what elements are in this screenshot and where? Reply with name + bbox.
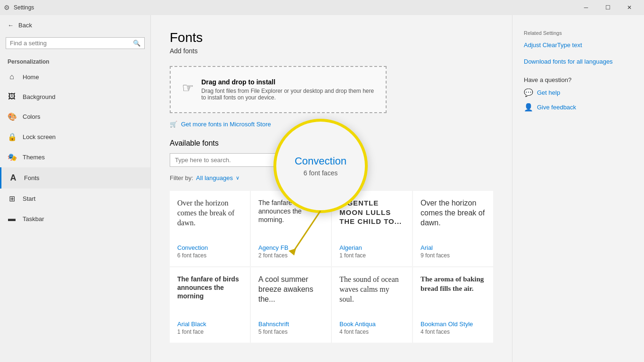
get-help-link[interactable]: Get help	[537, 89, 560, 96]
drag-drop-desc: Drag font files from File Explorer or yo…	[201, 88, 374, 101]
have-a-question-section: Have a question? 💬 Get help 👤 Give feedb…	[524, 76, 633, 112]
give-feedback-link[interactable]: Give feedback	[537, 104, 576, 111]
font-preview-convection: Over the horizon comes the break of dawn…	[177, 198, 242, 239]
font-card-arial-black[interactable]: The fanfare of birds announces the morni…	[170, 267, 250, 343]
font-name-book-antiqua: Book Antiqua	[339, 321, 405, 328]
font-card-arial[interactable]: Over the horizon comes the break of dawn…	[413, 191, 493, 266]
font-name-algerian: Algerian	[339, 244, 405, 251]
give-feedback-item[interactable]: 👤 Give feedback	[524, 103, 633, 112]
sidebar-item-lock-screen[interactable]: 🔒 Lock screen	[0, 127, 150, 147]
filter-row: Filter by: All languages ∨	[170, 174, 493, 181]
back-label: Back	[18, 22, 32, 29]
related-settings-section: Related Settings Adjust ClearType text D…	[524, 30, 633, 65]
give-feedback-icon: 👤	[524, 103, 533, 112]
font-name-arial: Arial	[421, 244, 486, 251]
maximize-button[interactable]: ☐	[597, 0, 619, 15]
page-title: Fonts	[170, 30, 493, 45]
close-button[interactable]: ✕	[619, 0, 640, 15]
font-preview-arial-black: The fanfare of birds announces the morni…	[177, 275, 242, 315]
get-help-icon: 💬	[524, 88, 533, 97]
themes-icon: 🎭	[8, 153, 16, 162]
font-preview-agency-fb: The fanfare of birds announces the morni…	[258, 198, 323, 239]
tooltip-font-name: Convection	[295, 155, 347, 167]
background-icon: 🖼	[8, 92, 16, 101]
sidebar-section-title: Personalization	[0, 55, 150, 67]
sidebar-item-start-label: Start	[23, 195, 35, 202]
taskbar-icon: ▬	[8, 214, 16, 223]
sidebar-item-background[interactable]: 🖼 Background	[0, 87, 150, 107]
filter-label: Filter by:	[170, 174, 193, 181]
adjust-cleartype-link[interactable]: Adjust ClearType text	[524, 41, 633, 49]
sidebar-item-colors[interactable]: 🎨 Colors	[0, 107, 150, 127]
font-preview-algerian: A GENTLE MOON LULLS THE CHILD TO...	[339, 198, 405, 239]
sidebar-item-fonts[interactable]: A Fonts	[0, 167, 150, 189]
get-more-label: Get more fonts in Microsoft Store	[181, 121, 271, 128]
lock-icon: 🔒	[8, 132, 16, 141]
get-help-item[interactable]: 💬 Get help	[524, 88, 633, 97]
fonts-icon: A	[9, 173, 17, 183]
font-card-book-antiqua[interactable]: The sound of ocean waves calms my soul. …	[332, 267, 412, 343]
font-preview-bahnschrift: A cool summer breeze awakens the...	[258, 275, 323, 315]
font-name-convection: Convection	[177, 244, 242, 251]
font-name-bookman: Bookman Old Style	[421, 321, 486, 328]
font-name-arial-black: Arial Black	[177, 321, 242, 328]
font-faces-book-antiqua: 4 font faces	[339, 329, 405, 335]
drag-drop-area[interactable]: ☞ Drag and drop to install Drag font fil…	[170, 66, 387, 113]
right-panel: Related Settings Adjust ClearType text D…	[512, 15, 644, 362]
home-icon: ⌂	[8, 73, 16, 81]
font-search-input[interactable]	[170, 153, 283, 167]
filter-value[interactable]: All languages	[196, 174, 233, 181]
window-controls: ─ ☐ ✕	[575, 0, 640, 15]
title-bar-title: Settings	[14, 4, 34, 11]
back-icon: ←	[8, 22, 14, 29]
font-card-bahnschrift[interactable]: A cool summer breeze awakens the... Bahn…	[251, 267, 331, 343]
font-preview-arial: Over the horizon comes the break of dawn…	[421, 198, 486, 239]
colors-icon: 🎨	[8, 112, 16, 121]
store-icon: 🛒	[170, 121, 177, 128]
sidebar-item-themes[interactable]: 🎭 Themes	[0, 147, 150, 167]
font-name-agency-fb: Agency FB	[258, 244, 323, 251]
font-faces-agency-fb: 2 font faces	[258, 252, 323, 259]
sidebar-item-fonts-label: Fonts	[24, 174, 40, 181]
title-bar: ⚙ Settings ─ ☐ ✕	[0, 0, 644, 15]
settings-icon: ⚙	[4, 4, 10, 11]
sidebar-item-lock-label: Lock screen	[23, 133, 56, 140]
download-fonts-link[interactable]: Download fonts for all languages	[524, 58, 633, 65]
drag-drop-icon: ☞	[182, 80, 194, 96]
sidebar-item-home-label: Home	[23, 74, 39, 81]
get-more-fonts-link[interactable]: 🛒 Get more fonts in Microsoft Store	[170, 121, 493, 128]
related-settings-title: Related Settings	[524, 30, 633, 36]
question-title: Have a question?	[524, 76, 633, 83]
available-fonts-header: Available fonts	[170, 139, 493, 148]
font-card-agency-fb[interactable]: The fanfare of birds announces the morni…	[251, 191, 331, 266]
font-faces-bahnschrift: 5 font faces	[258, 329, 323, 335]
page-subtitle: Add fonts	[170, 47, 493, 55]
title-bar-left: ⚙ Settings	[4, 4, 34, 11]
sidebar-item-home[interactable]: ⌂ Home	[0, 67, 150, 87]
font-grid: Over the horizon comes the break of dawn…	[170, 191, 493, 343]
sidebar-item-taskbar-label: Taskbar	[23, 215, 44, 222]
font-faces-convection: 6 font faces	[177, 252, 242, 259]
search-box[interactable]: 🔍	[6, 37, 145, 49]
sidebar-item-colors-label: Colors	[23, 113, 41, 120]
minimize-button[interactable]: ─	[575, 0, 597, 15]
sidebar-item-themes-label: Themes	[23, 154, 45, 161]
search-input[interactable]	[10, 40, 133, 47]
start-icon: ⊞	[8, 194, 16, 203]
sidebar: ← Back 🔍 Personalization ⌂ Home 🖼 Backgr…	[0, 15, 151, 362]
search-icon: 🔍	[133, 40, 140, 47]
sidebar-item-taskbar[interactable]: ▬ Taskbar	[0, 209, 150, 229]
drag-drop-title: Drag and drop to install	[201, 78, 374, 86]
sidebar-item-background-label: Background	[23, 93, 55, 100]
font-name-bahnschrift: Bahnschrift	[258, 321, 323, 328]
font-preview-bookman: The aroma of baking bread fills the air.	[421, 275, 486, 315]
sidebar-item-start[interactable]: ⊞ Start	[0, 189, 150, 209]
font-faces-arial-black: 1 font face	[177, 329, 242, 335]
font-card-bookman[interactable]: The aroma of baking bread fills the air.…	[413, 267, 493, 343]
chevron-down-icon[interactable]: ∨	[236, 175, 239, 181]
font-card-algerian[interactable]: A GENTLE MOON LULLS THE CHILD TO... Alge…	[332, 191, 412, 266]
font-preview-book-antiqua: The sound of ocean waves calms my soul.	[339, 275, 405, 315]
main-content: Fonts Add fonts ☞ Drag and drop to insta…	[151, 15, 512, 362]
font-card-convection[interactable]: Over the horizon comes the break of dawn…	[170, 191, 250, 266]
back-button[interactable]: ← Back	[0, 15, 150, 35]
